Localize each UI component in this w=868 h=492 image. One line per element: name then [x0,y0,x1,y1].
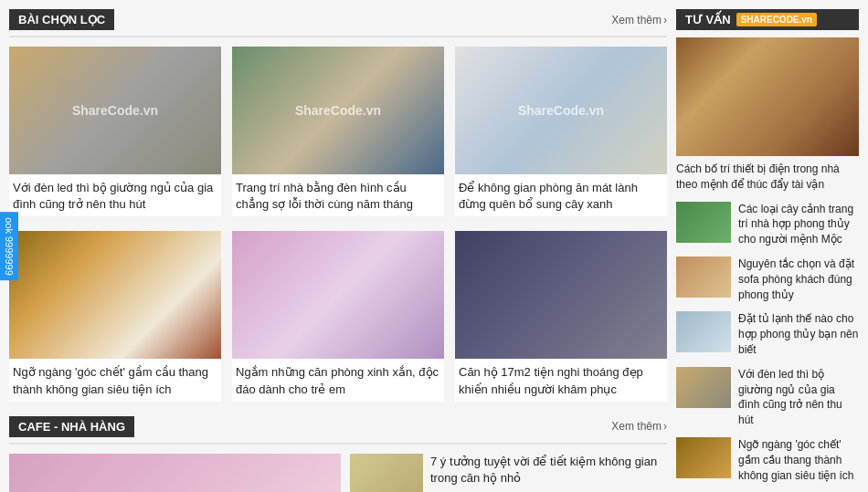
sidebar-list-item-4[interactable]: Với đèn led thì bộ giường ngủ của gia đì… [676,367,859,428]
cafe-article-info: 7 ý tưởng tuyệt vời để tiết kiệm không g… [430,454,667,492]
phone-label: ook [4,217,15,234]
article-card-6[interactable]: Căn hộ 17m2 tiện nghi thoáng đẹp khiến n… [455,231,667,401]
article-card-5[interactable]: Ngắm những căn phòng xinh xắn, độc đáo d… [232,231,444,401]
article-thumb-5 [232,231,444,359]
article-card-2[interactable]: ShareCode.vn Trang trí nhà bằng đèn hình… [232,47,444,216]
cafe-article-thumb [350,454,423,492]
sidebar-list-title-4: Với đèn led thì bộ giường ngủ của gia đì… [738,367,859,428]
sidebar-list-item-2[interactable]: Nguyên tắc chọn và đặt sofa phòng khách … [676,256,859,302]
main-content: BÀI CHỌN LỌC Xem thêm › ShareCode.vn Với… [9,9,667,492]
sidebar: TƯ VẤN SHARECODE.vn Cách bố trí thiết bị… [676,9,859,492]
phone-bar[interactable]: ook 9999999 [0,212,18,281]
chevron-icon-cafe: › [663,420,667,433]
article-thumb-1: ShareCode.vn [9,47,221,174]
featured-section-header: BÀI CHỌN LỌC Xem thêm › [9,9,667,37]
article-card-4[interactable]: Ngỡ ngàng 'góc chết' gầm cầu thang thành… [9,231,221,401]
cafe-section-title: CAFE - NHÀ HÀNG [9,416,134,437]
sidebar-list-thumb-1 [676,202,731,243]
sidebar-title: TƯ VẤN SHARECODE.vn [676,9,859,30]
xem-them-featured[interactable]: Xem thêm › [611,14,667,26]
sidebar-logo: SHARECODE.vn [736,13,817,26]
article-title-6: Căn hộ 17m2 tiện nghi thoáng đẹp khiến n… [455,359,667,401]
cafe-section-header: CAFE - NHÀ HÀNG Xem thêm › [9,416,667,445]
sidebar-list-title-1: Các loại cây cảnh trang trí nhà hợp phon… [738,202,859,247]
sidebar-featured-title: Cách bố trí thiết bị điện trong nhà theo… [676,162,859,193]
sidebar-list-item-3[interactable]: Đặt tủ lạnh thế nào cho hợp phong thủy b… [676,311,859,357]
article-title-2: Trang trí nhà bằng đèn hình cầu chẳng sợ… [232,174,444,216]
article-title-1: Với đèn led thì bộ giường ngủ của gia đì… [9,174,221,216]
sidebar-featured-thumb [676,37,859,156]
watermark-3: ShareCode.vn [518,103,604,118]
xem-them-cafe[interactable]: Xem thêm › [611,420,667,433]
article-title-3: Để không gian phòng ăn mát lành đừng quê… [455,174,667,216]
article-thumb-3: ShareCode.vn [455,47,667,174]
cafe-article-card[interactable]: 7 ý tưởng tuyệt vời để tiết kiệm không g… [350,454,667,492]
watermark-1: ShareCode.vn [72,103,158,118]
cafe-article-title: 7 ý tưởng tuyệt vời để tiết kiệm không g… [430,454,667,487]
sidebar-list-thumb-5 [676,437,731,478]
article-title-5: Ngắm những căn phòng xinh xắn, độc đáo d… [232,359,444,401]
sidebar-list-thumb-3 [676,311,731,352]
article-card-1[interactable]: ShareCode.vn Với đèn led thì bộ giường n… [9,47,221,216]
sidebar-list-title-2: Nguyên tắc chọn và đặt sofa phòng khách … [738,256,859,302]
sidebar-list-title-3: Đặt tủ lạnh thế nào cho hợp phong thủy b… [738,311,859,357]
watermark-2: ShareCode.vn [295,103,381,118]
sidebar-list-item-1[interactable]: Các loại cây cảnh trang trí nhà hợp phon… [676,202,859,247]
cafe-featured-image[interactable]: Copyright © ShareCode.vn [9,454,341,492]
phone-number: 9999999 [4,236,15,275]
article-thumb-4 [9,231,221,359]
sidebar-list-title-5: Ngỡ ngàng 'góc chết' gầm cầu thang thành… [738,437,859,483]
article-card-3[interactable]: ShareCode.vn Để không gian phòng ăn mát … [455,47,667,216]
article-thumb-6 [455,231,667,359]
chevron-icon: › [663,14,667,26]
sidebar-list-item-5[interactable]: Ngỡ ngàng 'góc chết' gầm cầu thang thành… [676,437,859,483]
sidebar-list-thumb-4 [676,367,731,408]
article-grid-row2: Ngỡ ngàng 'góc chết' gầm cầu thang thành… [9,231,667,401]
cafe-article-preview: 7 ý tưởng tuyệt vời để tiết kiệm không g… [350,454,667,492]
sidebar-list: Các loại cây cảnh trang trí nhà hợp phon… [676,202,859,484]
article-grid-row1: ShareCode.vn Với đèn led thì bộ giường n… [9,47,667,216]
sidebar-featured[interactable]: Cách bố trí thiết bị điện trong nhà theo… [676,37,859,193]
featured-section-title: BÀI CHỌN LỌC [9,9,114,30]
sidebar-list-thumb-2 [676,256,731,298]
cafe-bottom-row: Copyright © ShareCode.vn 7 ý tưởng tuyệt… [9,454,667,492]
article-title-4: Ngỡ ngàng 'góc chết' gầm cầu thang thành… [9,359,221,401]
article-thumb-2: ShareCode.vn [232,47,444,174]
